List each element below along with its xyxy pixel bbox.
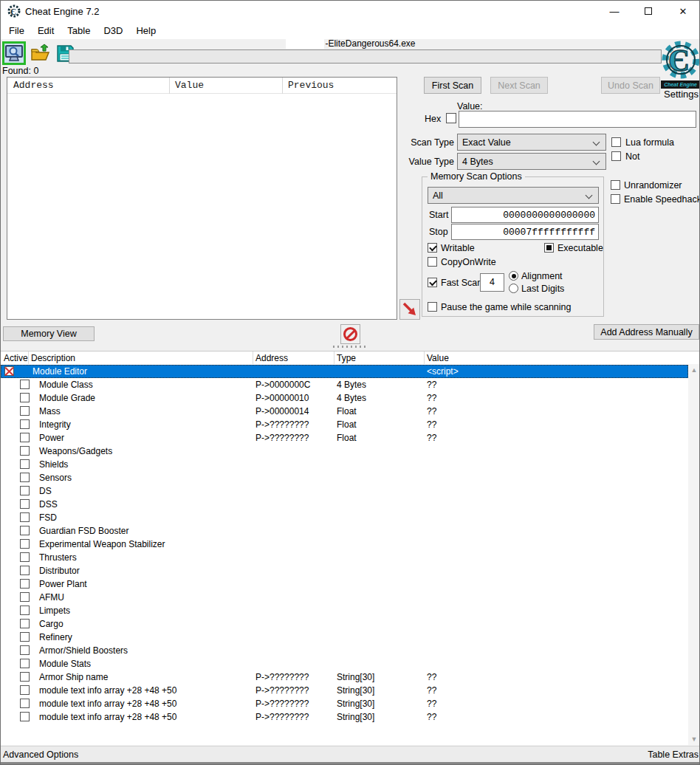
memory-view-button[interactable]: Memory View — [3, 326, 95, 341]
row-active-checkbox[interactable] — [20, 592, 30, 602]
stop-input[interactable]: 00007fffffffffff — [451, 224, 599, 240]
row-active-checkbox[interactable] — [20, 619, 30, 628]
row-active-checkbox[interactable] — [20, 526, 30, 535]
menu-d3d[interactable]: D3D — [97, 22, 129, 39]
table-row[interactable]: Armor Ship name P->???????? String[30] ?… — [1, 670, 688, 684]
col-address[interactable]: Address — [13, 80, 54, 91]
table-scrollbar[interactable]: ▲ ▼ — [688, 364, 700, 745]
table-row[interactable]: FSD — [1, 511, 688, 524]
table-row[interactable]: Module Grade P->00000010 4 Bytes ?? — [1, 391, 688, 405]
row-active-checkbox[interactable] — [20, 406, 30, 416]
menu-help[interactable]: Help — [129, 22, 162, 39]
row-active-checkbox[interactable] — [20, 712, 30, 721]
close-button[interactable]: ✕ — [665, 1, 700, 21]
table-row[interactable]: Module Editor <script> — [1, 365, 688, 378]
row-active-checkbox[interactable] — [20, 433, 30, 442]
table-row[interactable]: Power P->???????? Float ?? — [1, 431, 688, 445]
row-active-checkbox[interactable] — [20, 459, 30, 469]
row-active-checkbox[interactable] — [20, 672, 30, 682]
executable-checkbox[interactable] — [544, 243, 554, 253]
col-address[interactable]: Address — [255, 353, 288, 363]
table-row[interactable]: Module Class P->0000000C 4 Bytes ?? — [1, 378, 688, 391]
row-active-checkbox[interactable] — [20, 606, 30, 615]
unrandomizer-checkbox[interactable] — [611, 180, 620, 190]
row-active-checkbox[interactable] — [20, 579, 30, 589]
row-active-checkbox[interactable] — [20, 699, 30, 708]
table-row[interactable]: Limpets — [1, 604, 688, 617]
table-row[interactable]: Sensors — [1, 471, 688, 484]
minimize-button[interactable]: — — [597, 1, 631, 21]
add-address-manually-button[interactable]: Add Address Manually — [594, 324, 699, 340]
table-row[interactable]: Refinery — [1, 631, 688, 644]
row-active-checkbox[interactable] — [20, 473, 30, 482]
table-row[interactable]: AFMU — [1, 591, 688, 604]
col-type[interactable]: Type — [337, 353, 356, 363]
row-active-checkbox[interactable] — [20, 645, 30, 655]
table-extras-link[interactable]: Table Extras — [648, 749, 699, 760]
table-row[interactable]: module text info array +28 +48 +50 P->??… — [1, 710, 688, 724]
row-active-checkbox[interactable] — [20, 659, 30, 668]
scan-results-list[interactable]: Address Value Previous — [7, 77, 397, 320]
pause-checkbox[interactable] — [428, 302, 437, 312]
table-row[interactable]: Cargo — [1, 617, 688, 631]
alignment-radio[interactable] — [509, 271, 518, 281]
row-active-checkbox[interactable] — [20, 499, 30, 509]
table-row[interactable]: Armor/Shield Boosters — [1, 644, 688, 657]
col-value[interactable]: Value — [175, 80, 204, 91]
table-row[interactable]: Mass P->00000014 Float ?? — [1, 405, 688, 418]
hex-checkbox[interactable] — [446, 113, 456, 123]
row-active-checkbox[interactable] — [20, 486, 30, 495]
col-description[interactable]: Description — [31, 353, 75, 363]
cheat-engine-logo[interactable]: Є Cheat Engine — [661, 39, 700, 89]
next-scan-button[interactable]: Next Scan — [490, 77, 548, 94]
fast-scan-alignment-input[interactable]: 4 — [480, 273, 504, 292]
table-row[interactable]: Module Stats — [1, 657, 688, 670]
value-input[interactable] — [459, 111, 696, 128]
first-scan-button[interactable]: First Scan — [424, 77, 481, 94]
scan-type-dropdown[interactable]: Exact Value — [457, 134, 606, 151]
table-row[interactable]: Integrity P->???????? Float ?? — [1, 418, 688, 431]
not-checkbox[interactable] — [611, 151, 621, 161]
row-active-checkbox[interactable] — [20, 380, 30, 389]
table-row[interactable]: Thrusters — [1, 551, 688, 564]
fast-scan-checkbox[interactable] — [428, 278, 437, 287]
col-previous[interactable]: Previous — [288, 80, 334, 91]
row-active-checkbox[interactable] — [20, 552, 30, 562]
scroll-down-icon[interactable]: ▼ — [688, 733, 700, 745]
copyonwrite-checkbox[interactable] — [428, 257, 437, 267]
undo-scan-button[interactable]: Undo Scan — [601, 77, 660, 94]
last-digits-radio[interactable] — [509, 284, 518, 293]
row-active-checkbox[interactable] — [20, 446, 30, 456]
start-input[interactable]: 0000000000000000 — [451, 207, 599, 223]
table-row[interactable]: Shields — [1, 458, 688, 471]
table-row[interactable]: Power Plant — [1, 577, 688, 591]
menu-file[interactable]: File — [2, 22, 31, 39]
scroll-up-icon[interactable]: ▲ — [688, 364, 700, 376]
table-row[interactable]: Experimental Weapon Stabilizer — [1, 538, 688, 551]
splitter-grip[interactable] — [333, 346, 367, 348]
value-type-dropdown[interactable]: 4 Bytes — [457, 153, 606, 170]
region-dropdown[interactable]: All — [428, 187, 599, 204]
no-entry-button[interactable] — [340, 324, 360, 344]
row-active-checkbox[interactable] — [4, 366, 14, 376]
advanced-options-link[interactable]: Advanced Options — [3, 749, 78, 760]
row-active-checkbox[interactable] — [20, 393, 30, 402]
table-row[interactable]: DSS — [1, 498, 688, 511]
lua-formula-checkbox[interactable] — [611, 137, 621, 147]
maximize-button[interactable] — [631, 1, 665, 21]
col-active[interactable]: Active — [4, 353, 28, 363]
menu-edit[interactable]: Edit — [31, 22, 61, 39]
row-active-checkbox[interactable] — [20, 566, 30, 575]
writable-checkbox[interactable] — [428, 243, 437, 253]
table-row[interactable]: Weapons/Gadgets — [1, 445, 688, 458]
add-selected-addresses-button[interactable] — [399, 299, 420, 320]
row-active-checkbox[interactable] — [20, 512, 30, 522]
row-active-checkbox[interactable] — [20, 539, 30, 549]
table-row[interactable]: DS — [1, 484, 688, 498]
table-row[interactable]: Distributor — [1, 564, 688, 577]
row-active-checkbox[interactable] — [20, 632, 30, 642]
table-row[interactable]: module text info array +28 +48 +50 P->??… — [1, 684, 688, 697]
row-active-checkbox[interactable] — [20, 419, 30, 429]
menu-table[interactable]: Table — [61, 22, 97, 39]
col-value[interactable]: Value — [427, 353, 449, 363]
